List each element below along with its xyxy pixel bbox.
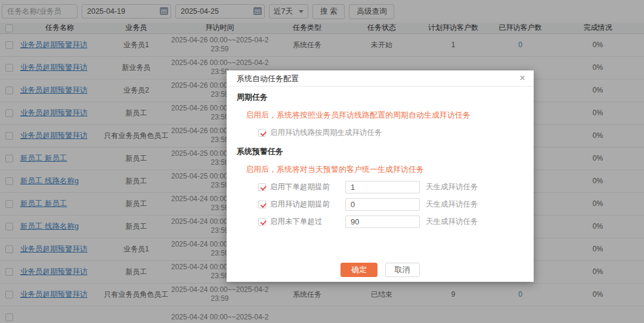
- modal-footer: 确定 取消: [227, 263, 534, 277]
- alert-config-row: 启用未下单超过 天生成拜访任务: [258, 216, 523, 228]
- order-overdue-checkbox[interactable]: [258, 183, 266, 191]
- modal-body: 周期任务 启用后，系统将按照业务员拜访线路配置的周期自动生成拜访任务 启用拜访线…: [227, 92, 534, 228]
- modal-header: 系统自动任务配置 ×: [227, 70, 534, 87]
- order-overdue-suffix: 天生成拜访任务: [426, 182, 478, 192]
- auto-task-config-modal: 系统自动任务配置 × 周期任务 启用后，系统将按照业务员拜访线路配置的周期自动生…: [227, 70, 534, 282]
- alert-config-row: 启用拜访超期提前 天生成拜访任务: [258, 198, 523, 211]
- no-order-label: 启用未下单超过: [270, 217, 345, 227]
- alert-task-warning: 启用后，系统将对当天预警的客户统一生成拜访任务: [246, 164, 523, 175]
- alert-config-row: 启用下单超期提前 天生成拜访任务: [258, 181, 523, 193]
- no-order-days-input[interactable]: [345, 216, 420, 228]
- cancel-button[interactable]: 取消: [385, 263, 420, 277]
- visit-overdue-checkbox[interactable]: [258, 201, 266, 208]
- confirm-button[interactable]: 确定: [340, 263, 377, 277]
- periodic-task-checkbox[interactable]: [258, 129, 266, 137]
- order-overdue-days-input[interactable]: [345, 181, 420, 193]
- app-window: 近7天 搜 索 高级查询 任务名称 业务员 拜访时间 任务类型 任务状态 计划拜…: [0, 0, 644, 323]
- close-icon[interactable]: ×: [519, 72, 525, 84]
- alert-task-heading: 系统预警任务: [237, 146, 523, 157]
- visit-overdue-label: 启用拜访超期提前: [270, 199, 345, 210]
- order-overdue-label: 启用下单超期提前: [270, 182, 345, 192]
- no-order-checkbox[interactable]: [258, 218, 266, 226]
- no-order-suffix: 天生成拜访任务: [426, 217, 478, 227]
- visit-overdue-suffix: 天生成拜访任务: [426, 199, 478, 210]
- periodic-task-heading: 周期任务: [237, 92, 523, 103]
- visit-overdue-days-input[interactable]: [345, 198, 420, 211]
- periodic-task-checkbox-label: 启用拜访线路按周期生成拜访任务: [270, 128, 382, 138]
- modal-title: 系统自动任务配置: [227, 70, 534, 87]
- periodic-task-warning: 启用后，系统将按照业务员拜访线路配置的周期自动生成拜访任务: [246, 110, 523, 121]
